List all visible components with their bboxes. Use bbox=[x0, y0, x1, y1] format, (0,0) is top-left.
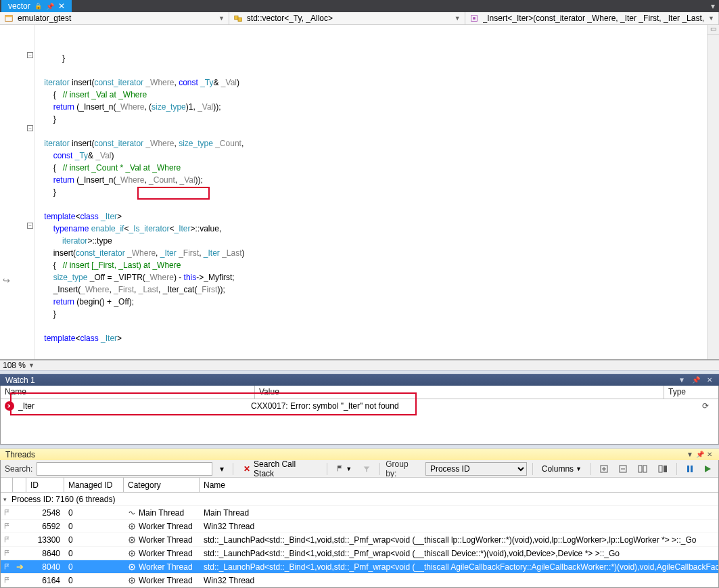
code-line: iterator>::type bbox=[35, 236, 112, 246]
code-line: { // insert [_First, _Last) at _Where bbox=[35, 261, 181, 270]
chevron-down-icon[interactable]: ▼ bbox=[28, 362, 34, 369]
thread-category: Worker Thread bbox=[124, 576, 200, 585]
code-editor[interactable]: − − − ↪ } iterator insert(const_iterator… bbox=[0, 25, 719, 360]
watch-row[interactable]: _Iter CXX0017: Error: symbol "_Iter" not… bbox=[1, 399, 718, 413]
continue-button[interactable] bbox=[701, 461, 714, 476]
code-area[interactable]: } iterator insert(const_iterator _Where,… bbox=[35, 25, 707, 359]
code-line: } bbox=[35, 114, 56, 124]
editor-status-bar: 108 % ▼ bbox=[0, 360, 719, 370]
threads-col-current[interactable] bbox=[13, 478, 26, 492]
close-icon[interactable]: ✕ bbox=[58, 1, 65, 11]
thread-row[interactable]: 25480Main ThreadMain Thread bbox=[1, 506, 718, 520]
expand-groups-button[interactable] bbox=[634, 461, 651, 476]
svg-rect-10 bbox=[659, 466, 662, 472]
svg-rect-13 bbox=[691, 466, 693, 472]
document-tab[interactable]: vector 🔒 📌 ✕ bbox=[1, 0, 72, 12]
document-tab-strip: vector 🔒 📌 ✕ ▾ bbox=[0, 0, 719, 12]
threads-panel-title[interactable]: Threads ▼ 📌 ✕ bbox=[0, 449, 719, 460]
editor-horizontal-scrollbar[interactable] bbox=[37, 361, 714, 369]
thread-id: 2548 bbox=[26, 508, 64, 518]
flag-cell[interactable] bbox=[1, 522, 13, 530]
pin-icon[interactable]: 📌 bbox=[691, 376, 701, 384]
breakpoint-glyph[interactable]: ↪ bbox=[3, 275, 10, 286]
code-line: template<class _Iter> bbox=[35, 212, 122, 221]
window-position-icon[interactable]: ▼ bbox=[685, 451, 695, 458]
thread-name: std::_LaunchPad<std::_Bind<1,void,std::_… bbox=[200, 562, 718, 572]
group-by-select[interactable]: Process ID bbox=[425, 462, 527, 476]
thread-row[interactable]: 65920Worker ThreadWin32 Thread bbox=[1, 520, 718, 533]
zoom-level[interactable]: 108 % bbox=[3, 361, 26, 370]
columns-button[interactable]: Columns ▼ bbox=[538, 461, 585, 476]
expand-all-button[interactable] bbox=[597, 461, 611, 476]
filter-dropdown-button[interactable] bbox=[359, 461, 374, 476]
threads-group-row[interactable]: ▾ Process ID: 7160 (6 threads) bbox=[1, 493, 718, 506]
split-handle-icon[interactable]: ▭ bbox=[708, 25, 719, 35]
refresh-icon[interactable]: ⟳ bbox=[702, 401, 714, 411]
gear-icon bbox=[128, 576, 136, 585]
threads-col-managed-id[interactable]: Managed ID bbox=[64, 478, 124, 492]
collapse-toggle[interactable]: − bbox=[27, 223, 33, 229]
tab-overflow-dropdown[interactable]: ▾ bbox=[707, 0, 719, 12]
watch-value: CXX0017: Error: symbol "_Iter" not found bbox=[251, 401, 702, 411]
code-line: size_type _Off = _VIPTR(_Where) - this->… bbox=[35, 273, 235, 282]
play-icon bbox=[705, 466, 711, 472]
watch-name[interactable]: _Iter bbox=[18, 401, 251, 411]
collapse-all-button[interactable] bbox=[616, 461, 630, 476]
thread-row[interactable]: 86400Worker Threadstd::_LaunchPad<std::_… bbox=[1, 547, 718, 560]
gear-icon bbox=[128, 536, 136, 544]
x-red-icon: ✕ bbox=[242, 464, 252, 474]
search-dropdown[interactable]: ▾ bbox=[216, 461, 227, 476]
thread-id: 8640 bbox=[26, 549, 64, 558]
flag-cell[interactable] bbox=[1, 549, 13, 557]
flag-filter-button[interactable]: ▼ bbox=[333, 461, 355, 476]
thread-row[interactable]: 61640Worker ThreadWin32 Thread bbox=[1, 574, 718, 587]
pause-button[interactable] bbox=[682, 461, 697, 476]
pin-icon[interactable]: 📌 bbox=[46, 3, 54, 10]
watch-body[interactable]: _Iter CXX0017: Error: symbol "_Iter" not… bbox=[1, 399, 718, 444]
collapse-toggle[interactable]: − bbox=[27, 125, 33, 131]
scope-combo[interactable]: emulator_gtest ▼ bbox=[0, 12, 229, 24]
close-icon[interactable]: ✕ bbox=[705, 376, 714, 384]
watch-col-value[interactable]: Value bbox=[255, 386, 664, 399]
clear-search-button[interactable]: ✕ Search Call Stack bbox=[239, 461, 321, 476]
code-line: typename enable_if<_Is_iterator<_Iter>::… bbox=[35, 224, 221, 233]
pin-icon[interactable]: 📌 bbox=[695, 451, 705, 458]
svg-rect-9 bbox=[643, 466, 647, 472]
close-icon[interactable]: ✕ bbox=[705, 451, 714, 458]
freeze-button[interactable] bbox=[655, 461, 671, 476]
flag-cell[interactable] bbox=[1, 509, 13, 516]
threads-col-id[interactable]: ID bbox=[26, 478, 64, 492]
collapse-toggle[interactable]: − bbox=[27, 52, 33, 58]
threads-col-category[interactable]: Category bbox=[124, 478, 200, 492]
thread-managed-id: 0 bbox=[64, 508, 124, 518]
watch-col-type[interactable]: Type bbox=[664, 386, 718, 399]
watch-col-name[interactable]: Name bbox=[1, 386, 255, 399]
threads-body[interactable]: ▾ Process ID: 7160 (6 threads) 25480Main… bbox=[1, 493, 718, 587]
threads-col-name[interactable]: Name bbox=[200, 478, 718, 492]
editor-vertical-scrollbar[interactable]: ▭ bbox=[707, 25, 719, 359]
collapse-toggle[interactable]: ▾ bbox=[3, 496, 11, 503]
watch-header[interactable]: Name Value Type bbox=[1, 386, 718, 399]
svg-point-23 bbox=[131, 579, 133, 581]
window-position-icon[interactable]: ▼ bbox=[677, 376, 687, 384]
flag-cell[interactable] bbox=[1, 576, 13, 584]
code-line: return (begin() + _Off); bbox=[35, 297, 134, 307]
threads-search-input[interactable] bbox=[37, 462, 212, 476]
member-combo[interactable]: _Insert<_Iter>(const_iterator _Where, _I… bbox=[465, 12, 719, 24]
flag-cell[interactable] bbox=[1, 563, 13, 570]
search-stack-label: Search Call Stack bbox=[254, 459, 318, 478]
method-icon bbox=[469, 14, 479, 23]
thread-row[interactable]: ➔80400Worker Threadstd::_LaunchPad<std::… bbox=[1, 560, 718, 574]
code-line: } bbox=[35, 187, 56, 197]
threads-col-flag[interactable] bbox=[1, 478, 13, 492]
threads-header[interactable]: ID Managed ID Category Name bbox=[1, 478, 718, 493]
flag-icon bbox=[3, 536, 11, 543]
thread-row[interactable]: 133000Worker Threadstd::_LaunchPad<std::… bbox=[1, 533, 718, 547]
editor-margin[interactable]: − − − ↪ bbox=[0, 25, 35, 359]
svg-rect-8 bbox=[639, 466, 642, 472]
code-navigation-bar: emulator_gtest ▼ std::vector<_Ty, _Alloc… bbox=[0, 12, 719, 24]
type-combo[interactable]: std::vector<_Ty, _Alloc> ▼ bbox=[229, 12, 465, 24]
thread-id: 8040 bbox=[26, 562, 64, 572]
flag-cell[interactable] bbox=[1, 536, 13, 543]
watch-panel-title[interactable]: Watch 1 ▼ 📌 ✕ bbox=[0, 374, 719, 386]
